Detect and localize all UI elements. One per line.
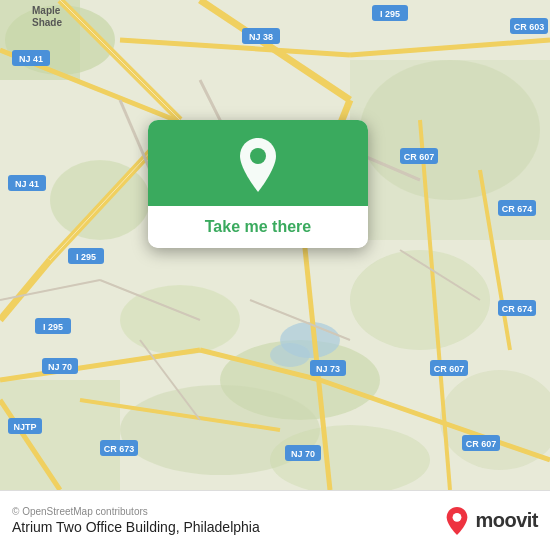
svg-text:I 295: I 295	[76, 252, 96, 262]
svg-text:I 295: I 295	[43, 322, 63, 332]
svg-text:NJ 70: NJ 70	[291, 449, 315, 459]
svg-text:CR 607: CR 607	[404, 152, 435, 162]
svg-point-7	[350, 250, 490, 350]
map-attribution: © OpenStreetMap contributors	[12, 506, 260, 517]
svg-text:NJ 73: NJ 73	[316, 364, 340, 374]
svg-text:Maple: Maple	[32, 5, 61, 16]
svg-point-79	[453, 512, 462, 521]
moovit-pin-icon	[443, 507, 471, 535]
svg-text:CR 603: CR 603	[514, 22, 545, 32]
svg-text:CR 607: CR 607	[466, 439, 497, 449]
bottom-info: © OpenStreetMap contributors Atrium Two …	[12, 506, 260, 535]
svg-text:CR 674: CR 674	[502, 304, 533, 314]
map-container[interactable]: NJ 41 NJ 41 NJ 38 I 295 CR 603 I 295 CR …	[0, 0, 550, 490]
svg-text:CR 674: CR 674	[502, 204, 533, 214]
svg-point-6	[360, 60, 540, 200]
bottom-bar: © OpenStreetMap contributors Atrium Two …	[0, 490, 550, 550]
svg-text:NJTP: NJTP	[13, 422, 36, 432]
svg-text:NJ 70: NJ 70	[48, 362, 72, 372]
svg-text:NJ 38: NJ 38	[249, 32, 273, 42]
moovit-logo: moovit	[443, 507, 538, 535]
svg-text:NJ 41: NJ 41	[19, 54, 43, 64]
svg-point-78	[250, 148, 266, 164]
svg-text:Shade: Shade	[32, 17, 62, 28]
svg-text:NJ 41: NJ 41	[15, 179, 39, 189]
svg-text:CR 673: CR 673	[104, 444, 135, 454]
moovit-brand-text: moovit	[475, 509, 538, 532]
location-popup: Take me there	[148, 120, 368, 248]
place-name: Atrium Two Office Building, Philadelphia	[12, 519, 260, 535]
svg-rect-10	[0, 380, 120, 490]
take-me-there-button[interactable]: Take me there	[148, 206, 368, 248]
svg-point-14	[270, 343, 310, 367]
svg-text:CR 607: CR 607	[434, 364, 465, 374]
popup-green-background	[148, 120, 368, 206]
svg-text:I 295: I 295	[380, 9, 400, 19]
location-pin-icon	[235, 138, 281, 192]
